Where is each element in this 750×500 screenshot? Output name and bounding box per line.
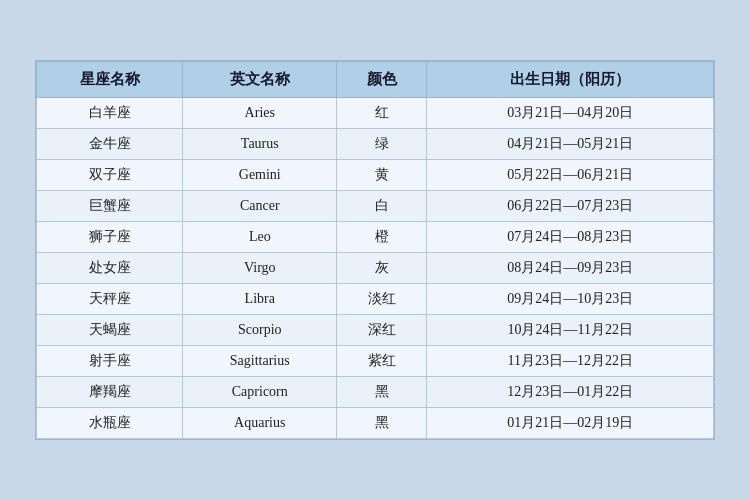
table-row: 天秤座Libra淡红09月24日—10月23日 [37, 284, 714, 315]
table-row: 处女座Virgo灰08月24日—09月23日 [37, 253, 714, 284]
table-row: 巨蟹座Cancer白06月22日—07月23日 [37, 191, 714, 222]
cell-2-0: 双子座 [37, 160, 183, 191]
cell-4-1: Leo [183, 222, 337, 253]
cell-2-2: 黄 [337, 160, 427, 191]
cell-9-2: 黑 [337, 377, 427, 408]
cell-7-3: 10月24日—11月22日 [427, 315, 714, 346]
table-row: 双子座Gemini黄05月22日—06月21日 [37, 160, 714, 191]
cell-5-1: Virgo [183, 253, 337, 284]
cell-4-2: 橙 [337, 222, 427, 253]
table-row: 白羊座Aries红03月21日—04月20日 [37, 98, 714, 129]
zodiac-table-container: 星座名称 英文名称 颜色 出生日期（阳历） 白羊座Aries红03月21日—04… [35, 60, 715, 440]
table-row: 射手座Sagittarius紫红11月23日—12月22日 [37, 346, 714, 377]
header-english-name: 英文名称 [183, 62, 337, 98]
cell-5-3: 08月24日—09月23日 [427, 253, 714, 284]
table-header-row: 星座名称 英文名称 颜色 出生日期（阳历） [37, 62, 714, 98]
cell-10-3: 01月21日—02月19日 [427, 408, 714, 439]
cell-5-2: 灰 [337, 253, 427, 284]
cell-9-3: 12月23日—01月22日 [427, 377, 714, 408]
cell-1-3: 04月21日—05月21日 [427, 129, 714, 160]
cell-3-2: 白 [337, 191, 427, 222]
cell-3-3: 06月22日—07月23日 [427, 191, 714, 222]
cell-9-1: Capricorn [183, 377, 337, 408]
cell-6-3: 09月24日—10月23日 [427, 284, 714, 315]
cell-8-1: Sagittarius [183, 346, 337, 377]
cell-1-2: 绿 [337, 129, 427, 160]
zodiac-table: 星座名称 英文名称 颜色 出生日期（阳历） 白羊座Aries红03月21日—04… [36, 61, 714, 439]
cell-6-1: Libra [183, 284, 337, 315]
header-birthdate: 出生日期（阳历） [427, 62, 714, 98]
cell-8-2: 紫红 [337, 346, 427, 377]
cell-10-1: Aquarius [183, 408, 337, 439]
cell-3-0: 巨蟹座 [37, 191, 183, 222]
cell-8-0: 射手座 [37, 346, 183, 377]
cell-7-1: Scorpio [183, 315, 337, 346]
cell-7-2: 深红 [337, 315, 427, 346]
cell-4-3: 07月24日—08月23日 [427, 222, 714, 253]
cell-5-0: 处女座 [37, 253, 183, 284]
cell-8-3: 11月23日—12月22日 [427, 346, 714, 377]
table-row: 摩羯座Capricorn黑12月23日—01月22日 [37, 377, 714, 408]
cell-0-2: 红 [337, 98, 427, 129]
table-row: 金牛座Taurus绿04月21日—05月21日 [37, 129, 714, 160]
header-color: 颜色 [337, 62, 427, 98]
table-row: 天蝎座Scorpio深红10月24日—11月22日 [37, 315, 714, 346]
cell-0-3: 03月21日—04月20日 [427, 98, 714, 129]
cell-2-3: 05月22日—06月21日 [427, 160, 714, 191]
cell-10-2: 黑 [337, 408, 427, 439]
cell-3-1: Cancer [183, 191, 337, 222]
cell-9-0: 摩羯座 [37, 377, 183, 408]
table-row: 狮子座Leo橙07月24日—08月23日 [37, 222, 714, 253]
cell-2-1: Gemini [183, 160, 337, 191]
header-chinese-name: 星座名称 [37, 62, 183, 98]
cell-6-0: 天秤座 [37, 284, 183, 315]
cell-1-0: 金牛座 [37, 129, 183, 160]
cell-0-0: 白羊座 [37, 98, 183, 129]
table-body: 白羊座Aries红03月21日—04月20日金牛座Taurus绿04月21日—0… [37, 98, 714, 439]
cell-0-1: Aries [183, 98, 337, 129]
table-row: 水瓶座Aquarius黑01月21日—02月19日 [37, 408, 714, 439]
cell-1-1: Taurus [183, 129, 337, 160]
cell-6-2: 淡红 [337, 284, 427, 315]
cell-7-0: 天蝎座 [37, 315, 183, 346]
cell-10-0: 水瓶座 [37, 408, 183, 439]
cell-4-0: 狮子座 [37, 222, 183, 253]
